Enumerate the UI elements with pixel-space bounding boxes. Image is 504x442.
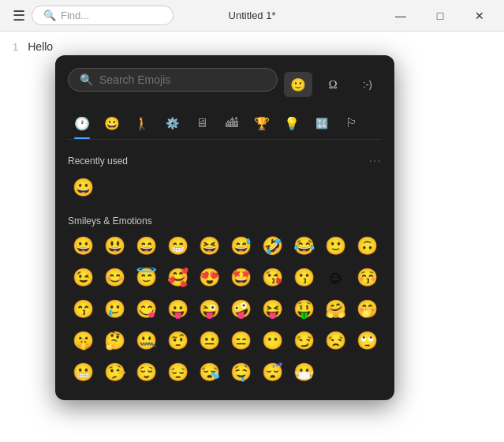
cat-objects[interactable]: 💡 — [278, 110, 306, 136]
emoji-cell[interactable]: 🤨 — [162, 326, 192, 356]
recent-emoji-grid: 😀 — [68, 173, 382, 203]
emoji-cell[interactable]: 😙 — [68, 294, 98, 324]
emoji-cell[interactable]: 🤭 — [352, 294, 382, 324]
line-number: 1 — [13, 39, 18, 56]
emoji-cell[interactable]: 😒 — [320, 326, 350, 356]
emoji-cell[interactable]: 😍 — [194, 263, 224, 293]
cat-technology[interactable]: 🖥 — [188, 110, 216, 136]
emoji-cell[interactable]: 🤑 — [289, 294, 319, 324]
emoji-cell[interactable]: 😷 — [289, 358, 319, 388]
emoji-cell[interactable]: 😘 — [257, 263, 287, 293]
emoji-cell[interactable]: 😋 — [131, 294, 161, 324]
cat-activities[interactable]: ⚙️ — [158, 110, 186, 136]
emoji-cell[interactable]: 😄 — [131, 231, 161, 261]
tab-kaomoji[interactable]: :-) — [353, 72, 382, 97]
emoji-search-input[interactable] — [99, 73, 266, 86]
window-controls: — □ ✕ — [383, 4, 498, 28]
emoji-cell[interactable]: 🙂 — [320, 231, 350, 261]
emoji-cell[interactable]: 🤔 — [99, 326, 129, 356]
emoji-cell[interactable]: 🥲 — [99, 294, 129, 324]
tab-symbol[interactable]: Ω — [319, 72, 347, 97]
emoji-cell[interactable]: 😅 — [226, 231, 256, 261]
emoji-cell[interactable]: 😆 — [194, 231, 224, 261]
emoji-cell[interactable]: 🤪 — [226, 294, 256, 324]
cat-smileys[interactable]: 😀 — [98, 110, 126, 136]
emoji-cell[interactable]: 😜 — [194, 294, 224, 324]
section-smileys: Smileys & Emotions — [68, 215, 382, 227]
emoji-cell[interactable]: 😴 — [257, 358, 287, 388]
close-button[interactable]: ✕ — [461, 4, 498, 28]
category-tabs: 🕐 😀 🚶 ⚙️ 🖥 🏙 🏆 💡 🔣 🏳 — [68, 110, 382, 140]
emoji-cell[interactable]: 😂 — [289, 231, 319, 261]
menu-icon[interactable]: ☰ — [6, 4, 32, 28]
section-recently-used: Recently used ··· — [68, 154, 382, 168]
emoji-cell[interactable]: 😶 — [257, 326, 287, 356]
emoji-cell[interactable]: 😉 — [68, 263, 98, 293]
emoji-picker: 🔍 🙂 Ω :-) 🕐 😀 🚶 ⚙️ 🖥 🏙 🏆 💡 🔣 🏳 Recently … — [55, 55, 394, 400]
emoji-cell[interactable]: 😀 — [68, 173, 98, 203]
emoji-cell[interactable]: 🤣 — [257, 231, 287, 261]
section-more-button[interactable]: ··· — [369, 154, 382, 168]
search-icon: 🔍 — [80, 73, 93, 86]
emoji-cell[interactable]: 😌 — [131, 358, 161, 388]
minimize-button[interactable]: — — [383, 4, 419, 28]
emoji-cell[interactable]: 😐 — [194, 326, 224, 356]
maximize-button[interactable]: □ — [422, 4, 458, 28]
emoji-cell[interactable]: 😀 — [68, 231, 98, 261]
emoji-cell[interactable]: 🤤 — [226, 358, 256, 388]
emoji-cell[interactable]: 🤩 — [226, 263, 256, 293]
tab-emoji[interactable]: 🙂 — [284, 72, 312, 97]
emoji-cell[interactable]: 🤫 — [68, 326, 98, 356]
emoji-cell[interactable]: 🤥 — [99, 358, 129, 388]
title-bar: ☰ 🔍 Find... Untitled 1* — □ ✕ — [0, 0, 504, 32]
emoji-cell[interactable]: 😔 — [162, 358, 192, 388]
emoji-cell[interactable]: 😊 — [99, 263, 129, 293]
emoji-cell[interactable]: 🤐 — [131, 326, 161, 356]
emoji-cell[interactable]: 😪 — [194, 358, 224, 388]
emoji-cell[interactable]: 🙄 — [352, 326, 382, 356]
emoji-cell[interactable]: 😑 — [226, 326, 256, 356]
emoji-cell[interactable]: ☺️ — [320, 263, 350, 293]
window-title: Untitled 1* — [229, 9, 276, 21]
emoji-cell[interactable]: 😁 — [162, 231, 192, 261]
emoji-cell[interactable]: 😏 — [289, 326, 319, 356]
emoji-cell[interactable]: 😛 — [162, 294, 192, 324]
cat-places[interactable]: 🏙 — [218, 110, 246, 136]
cat-flags[interactable]: 🏳 — [338, 110, 366, 136]
emoji-cell[interactable]: 😚 — [352, 263, 382, 293]
search-icon: 🔍 — [43, 9, 56, 21]
line-content: Hello — [28, 40, 53, 53]
section-label-text: Recently used — [68, 155, 128, 167]
cat-recent[interactable]: 🕐 — [68, 110, 96, 136]
section-smileys-label: Smileys & Emotions — [68, 215, 152, 227]
emoji-cell[interactable]: 🥰 — [162, 263, 192, 293]
emoji-cell[interactable]: 🤗 — [320, 294, 350, 324]
picker-content: Recently used ··· 😀 Smileys & Emotions 😀… — [68, 148, 382, 388]
cat-people[interactable]: 🚶 — [128, 110, 156, 136]
emoji-cell[interactable]: 😝 — [257, 294, 287, 324]
emoji-cell[interactable]: 😇 — [131, 263, 161, 293]
cat-symbols[interactable]: 🔣 — [308, 110, 336, 136]
emoji-cell[interactable]: 😬 — [68, 358, 98, 388]
emoji-cell[interactable]: 🙃 — [352, 231, 382, 261]
emoji-cell[interactable]: 😗 — [289, 263, 319, 293]
emoji-cell[interactable]: 😃 — [99, 231, 129, 261]
find-placeholder: Find... — [61, 9, 89, 21]
emoji-search-bar[interactable]: 🔍 — [68, 68, 278, 92]
smileys-emoji-grid: 😀😃😄😁😆😅🤣😂🙂🙃😉😊😇🥰😍🤩😘😗☺️😚😙🥲😋😛😜🤪😝🤑🤗🤭🤫🤔🤐🤨😐😑😶😏😒… — [68, 231, 382, 388]
find-bar[interactable]: 🔍 Find... — [32, 6, 174, 25]
cat-awards[interactable]: 🏆 — [248, 110, 276, 136]
